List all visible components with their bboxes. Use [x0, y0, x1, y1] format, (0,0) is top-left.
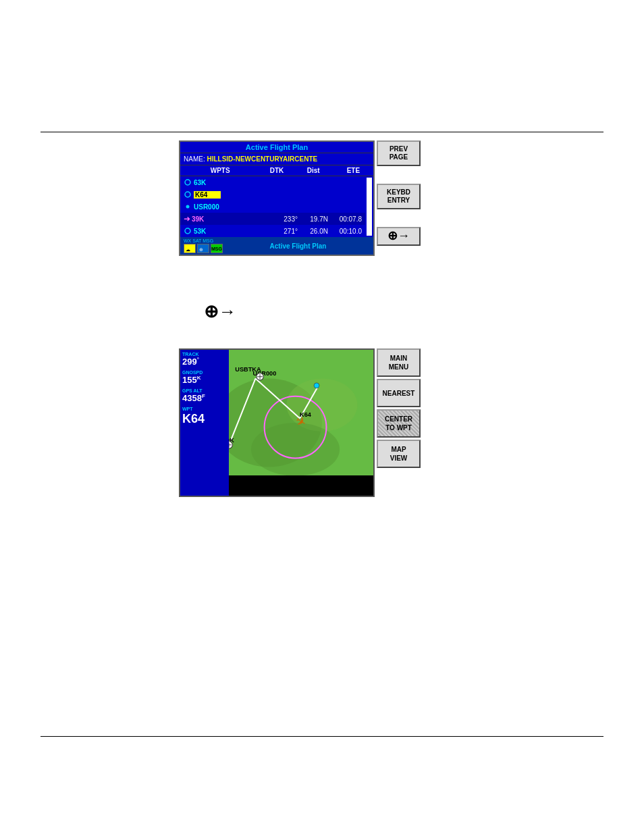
nearest-button[interactable]: NEAREST [377, 379, 421, 407]
keybd-entry-label: KEYBDENTRY [387, 188, 410, 205]
wpt-name-pink: 39K [192, 215, 219, 223]
fp-waypoints-area: 63K K64 [180, 176, 373, 237]
gnospd-unit: K [197, 375, 201, 381]
wpt-name: 63K [194, 179, 221, 186]
map-container: ✈ USR000 K64 39K 63K USBTKA [179, 348, 422, 497]
track-unit: ° [197, 357, 199, 363]
fp-name-value: HILLSID-NEWCENTURYAIRCENTE [207, 155, 317, 163]
sat-status-icon: ⊕ [197, 244, 209, 253]
gps-alt-value: 4358F [182, 394, 227, 404]
keybd-entry-button[interactable]: KEYBDENTRY [377, 184, 421, 209]
gnospd-section: GNOSPD 155K [182, 370, 227, 386]
map-screen: ✈ USR000 K64 39K 63K USBTKA [179, 348, 375, 497]
svg-text:⊕: ⊕ [199, 247, 203, 252]
svg-text:☁: ☁ [186, 247, 190, 252]
gps-alt-section: GPS ALT 4358F [182, 388, 227, 404]
col-dtk: DTK [260, 167, 293, 174]
fp-title: Active Flight Plan [246, 143, 308, 151]
main-menu-label: MAINMENU [389, 354, 408, 371]
svg-point-3 [185, 228, 190, 234]
fp-main: Active Flight Plan NAME: HILLSID-NEWCENT… [179, 140, 422, 256]
fp-bottom-bar: WX SAT MSG ☁ ⊕ MSG Active Flig [180, 237, 373, 255]
svg-point-0 [185, 180, 190, 185]
wpt-arrow-icon: ➜ [184, 214, 190, 224]
wpt-name: USR000 [194, 203, 221, 211]
wpt-dtk: 233° [271, 215, 298, 223]
col-dist: Dist [294, 167, 333, 174]
track-number: 299 [182, 357, 197, 367]
direct-to-button[interactable]: ⊕→ [377, 227, 421, 246]
col-wpts: WPTS [180, 167, 260, 174]
large-arrow-icon: ⊕→ [204, 301, 236, 321]
gps-alt-unit: F [202, 393, 205, 399]
table-row: K64 [180, 188, 365, 201]
status-wx-label: WX SAT MSG [184, 238, 213, 243]
svg-point-27 [314, 383, 319, 388]
fp-title-bar: Active Flight Plan [180, 142, 373, 153]
map-view-label: MAPVIEW [390, 445, 408, 463]
main-menu-button[interactable]: MAINMENU [377, 348, 421, 377]
svg-point-2 [186, 205, 190, 209]
wpt-name: 53K [194, 228, 221, 235]
fp-spacer2 [377, 211, 421, 225]
nearest-label: NEAREST [383, 389, 415, 398]
gps-alt-number: 4358 [182, 394, 202, 404]
wpt-ete: 00:07.8 [328, 215, 362, 223]
flight-plan-container: Active Flight Plan NAME: HILLSID-NEWCENT… [179, 140, 422, 256]
wpt-icon-circle [184, 178, 192, 186]
map-bottom-bar [229, 475, 373, 496]
msg-label: MSG [211, 246, 222, 251]
gnospd-value: 155K [182, 375, 227, 386]
bottom-rule [41, 736, 603, 737]
prev-page-button[interactable]: PREVPAGE [377, 140, 421, 166]
flight-plan-screen: Active Flight Plan NAME: HILLSID-NEWCENT… [179, 140, 375, 256]
wpt-value: K64 [182, 412, 227, 426]
map-view-button[interactable]: MAPVIEW [377, 440, 421, 468]
col-ete: ETE [333, 167, 373, 174]
fp-header-row: WPTS DTK Dist ETE [180, 165, 373, 176]
wpt-section: WPT K64 [182, 407, 227, 426]
wpt-dtk: 271° [271, 228, 298, 235]
fp-name-row: NAME: HILLSID-NEWCENTURYAIRCENTE [180, 153, 373, 165]
fp-bottom-title: Active Flight Plan [226, 242, 370, 250]
wpt-icon-circle [184, 190, 192, 199]
wpt-name-active: K64 [194, 191, 221, 199]
fp-scrollbar[interactable] [367, 178, 372, 236]
table-row: USR000 [180, 201, 365, 213]
wpt-dist: 26.0N [298, 228, 328, 235]
map-left-data-panel: TRACK 299° GNOSPD 155K GPS ALT 4358F WPT… [180, 350, 229, 496]
fp-name-label: NAME: [184, 155, 205, 163]
center-to-wpt-button[interactable]: CENTERTO WPT [377, 409, 421, 438]
table-row: ➜ 39K 233° 19.7N 00:07.8 [180, 213, 365, 225]
wx-status-icon: ☁ [184, 244, 196, 253]
direct-to-icon: ⊕→ [387, 229, 410, 244]
svg-text:USBTKA: USBTKA [235, 366, 261, 373]
table-row: 53K 271° 26.0N 00:10.0 [180, 225, 365, 237]
fp-waypoints: 63K K64 [180, 176, 365, 237]
prev-page-label: PREVPAGE [390, 145, 408, 161]
fp-sidebar: PREVPAGE KEYBDENTRY ⊕→ [377, 140, 421, 256]
wpt-ete: 00:10.0 [328, 228, 362, 235]
gnospd-number: 155 [182, 375, 197, 386]
msg-status-icon: MSG [211, 244, 223, 253]
track-value: 299° [182, 357, 227, 367]
wpt-icon-circle [184, 227, 192, 235]
center-to-wpt-label: CENTERTO WPT [385, 415, 412, 432]
wpt-label: WPT [182, 407, 227, 412]
wpt-dist: 19.7N [298, 215, 328, 223]
table-row: 63K [180, 176, 365, 188]
svg-text:K64: K64 [300, 411, 312, 418]
fp-status-icons: WX SAT MSG ☁ ⊕ MSG [184, 238, 223, 253]
fp-spacer [377, 168, 421, 182]
direct-to-arrow-icon: ⊕→ [204, 301, 236, 322]
map-sidebar: MAINMENU NEAREST CENTERTO WPT MAPVIEW [377, 348, 421, 497]
top-rule [41, 132, 603, 132]
wpt-icon-dot [184, 203, 192, 211]
track-section: TRACK 299° [182, 352, 227, 367]
svg-point-1 [185, 192, 190, 197]
